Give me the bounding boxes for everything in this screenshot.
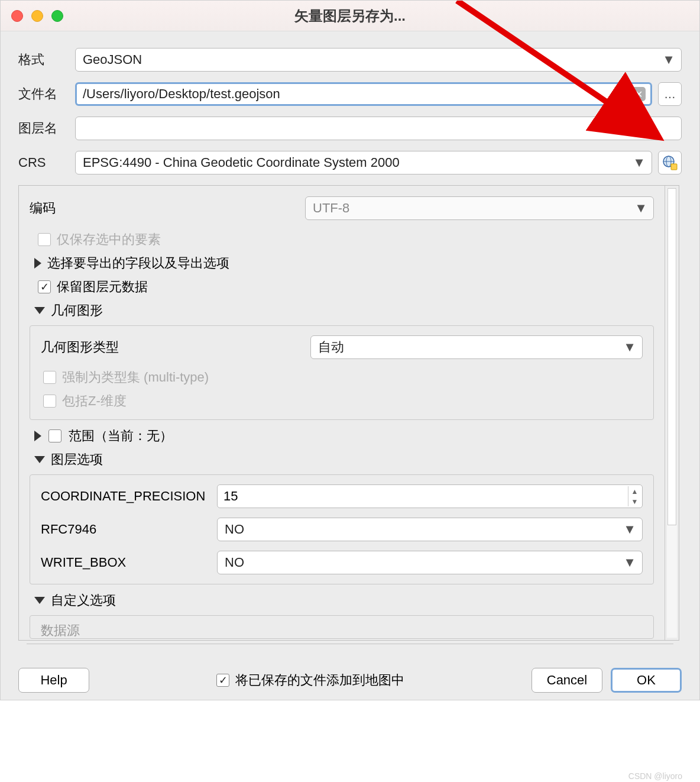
format-label: 格式 [18, 51, 69, 69]
chevron-down-icon: ▼ [633, 155, 646, 170]
globe-icon [662, 155, 678, 170]
coord-precision-label: COORDINATE_PRECISION [41, 489, 217, 504]
dialog-window: 矢量图层另存为... 格式 GeoJSON ▼ 文件名 /Users/liyor… [0, 0, 700, 700]
extent-checkbox[interactable] [48, 429, 61, 442]
svg-rect-3 [671, 164, 677, 170]
format-select[interactable]: GeoJSON ▼ [75, 48, 682, 72]
geometry-type-label: 几何图形类型 [41, 338, 310, 356]
maximize-icon[interactable] [51, 10, 63, 22]
chevron-down-icon: ▼ [623, 522, 636, 537]
datasource-label: 数据源 [41, 623, 80, 638]
write-bbox-select[interactable]: NO ▼ [217, 551, 643, 574]
browse-button[interactable]: … [658, 82, 682, 106]
filename-value: /Users/liyoro/Desktop/test.geojson [83, 86, 280, 102]
crs-label: CRS [18, 155, 69, 170]
clear-icon[interactable]: ✕ [631, 87, 646, 101]
scrollbar[interactable] [665, 186, 679, 640]
spin-up-icon[interactable]: ▲ [628, 486, 641, 496]
chevron-down-icon: ▼ [623, 340, 636, 355]
chevron-down-icon [34, 456, 45, 463]
chevron-down-icon: ▼ [623, 555, 636, 570]
spin-down-icon[interactable]: ▼ [628, 496, 641, 506]
checkbox-icon [43, 395, 56, 408]
checkbox-icon [43, 371, 56, 384]
ok-button[interactable]: OK [611, 668, 682, 693]
checkbox-icon [38, 233, 51, 246]
options-scroll-pane: 编码 UTF-8 ▼ 仅保存选中的要素 选择要导出的字段以及导出选项 ✓ [18, 185, 679, 641]
force-multi-checkbox: 强制为类型集 (multi-type) [43, 369, 643, 386]
chevron-down-icon [34, 307, 45, 314]
chevron-down-icon [34, 597, 45, 604]
dialog-content: 格式 GeoJSON ▼ 文件名 /Users/liyoro/Desktop/t… [1, 31, 699, 648]
coord-precision-input[interactable]: 15 ▲▼ [217, 484, 643, 508]
geometry-group: 几何图形类型 自动 ▼ 强制为类型集 (multi-type) 包括Z-维度 [30, 325, 654, 420]
only-selected-checkbox: 仅保存选中的要素 [38, 231, 654, 248]
minimize-icon[interactable] [31, 10, 43, 22]
encoding-value: UTF-8 [313, 201, 349, 216]
write-bbox-label: WRITE_BBOX [41, 555, 217, 570]
crs-value: EPSG:4490 - China Geodetic Coordinate Sy… [83, 155, 400, 170]
chevron-down-icon: ▼ [634, 201, 647, 216]
help-button[interactable]: Help [18, 668, 89, 693]
fields-expander[interactable]: 选择要导出的字段以及导出选项 [34, 254, 654, 272]
layer-options-group: COORDINATE_PRECISION 15 ▲▼ RFC7946 NO ▼ [30, 474, 654, 584]
custom-options-expander[interactable]: 自定义选项 [34, 592, 654, 609]
keep-metadata-checkbox[interactable]: ✓ 保留图层元数据 [38, 278, 654, 296]
geometry-type-select[interactable]: 自动 ▼ [310, 335, 643, 359]
rfc7946-select[interactable]: NO ▼ [217, 518, 643, 541]
chevron-down-icon: ▼ [662, 52, 675, 67]
layername-label: 图层名 [18, 119, 69, 137]
filename-label: 文件名 [18, 85, 69, 103]
layer-options-expander[interactable]: 图层选项 [34, 451, 654, 468]
scrollbar-thumb[interactable] [667, 188, 676, 525]
extent-expander[interactable]: 范围（当前：无） [34, 427, 654, 445]
titlebar: 矢量图层另存为... [1, 1, 699, 31]
format-value: GeoJSON [83, 52, 142, 67]
rfc7946-label: RFC7946 [41, 522, 217, 537]
crs-select[interactable]: EPSG:4490 - China Geodetic Coordinate Sy… [75, 151, 652, 175]
encoding-label: 编码 [30, 199, 305, 217]
filename-input[interactable]: /Users/liyoro/Desktop/test.geojson ✕ [75, 82, 652, 106]
chevron-right-icon [34, 258, 41, 269]
cancel-button[interactable]: Cancel [532, 668, 602, 693]
checkbox-icon: ✓ [38, 280, 51, 293]
add-to-map-checkbox[interactable]: ✓ [216, 674, 229, 687]
crs-picker-button[interactable] [658, 151, 682, 175]
encoding-select[interactable]: UTF-8 ▼ [305, 196, 654, 220]
watermark: CSDN @liyoro [628, 771, 682, 781]
include-z-checkbox: 包括Z-维度 [43, 392, 643, 410]
dialog-title: 矢量图层另存为... [294, 7, 406, 25]
layername-input[interactable] [75, 117, 682, 140]
add-to-map-label: 将已保存的文件添加到地图中 [235, 671, 404, 689]
close-icon[interactable] [11, 10, 23, 22]
custom-options-group: 数据源 [30, 615, 654, 639]
geometry-expander[interactable]: 几何图形 [34, 302, 654, 319]
dialog-footer: Help ✓ 将已保存的文件添加到地图中 Cancel OK [1, 668, 699, 693]
window-controls [11, 10, 63, 22]
chevron-right-icon [34, 431, 41, 441]
